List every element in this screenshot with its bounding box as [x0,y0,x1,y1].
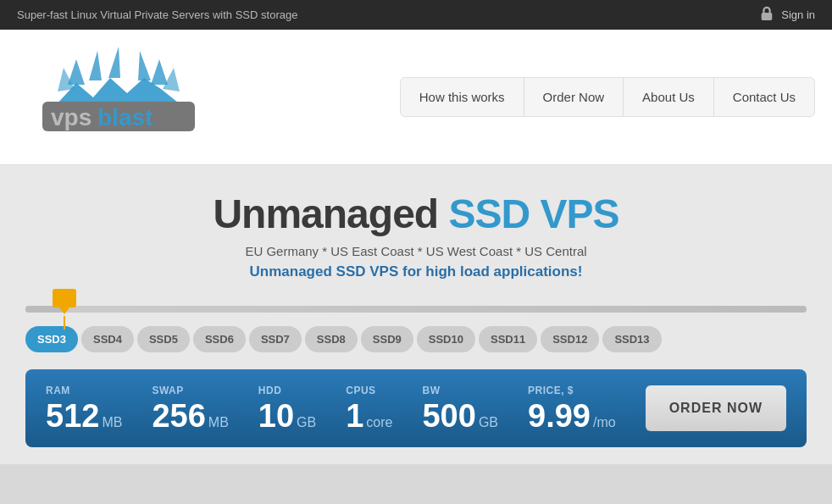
signin-button[interactable]: Sign in [759,5,815,25]
spec-cpu: CPUs 1core [346,385,392,432]
spec-swap-label: SWAP [152,385,183,396]
svg-rect-0 [762,13,773,20]
hero-locations: EU Germany * US East Coast * US West Coa… [17,244,815,258]
topbar: Super-fast Linux Virtual Private Servers… [0,0,832,30]
plan-tab-ssd6[interactable]: SSD6 [193,326,246,352]
spec-hdd-unit: GB [297,415,316,429]
spec-price-label: Price, $ [528,385,574,396]
spec-price-unit: /mo [593,415,616,429]
slider-section [0,289,832,321]
main-nav: How this works Order Now About Us Contac… [400,77,815,117]
plan-tab-ssd12[interactable]: SSD12 [541,326,599,352]
plan-tab-ssd3[interactable]: SSD3 [25,326,78,352]
spec-price-value-wrap: 9.99/mo [528,400,616,432]
spec-hdd: HDD 10GB [258,385,316,432]
logo-svg: vps blast [17,42,220,152]
hero-title-plain: Unmanaged [213,191,448,236]
spec-cpu-value: 1 [346,398,363,434]
spec-swap: SWAP 256MB [152,385,228,432]
spec-cpu-unit: core [366,415,392,429]
spec-hdd-value-wrap: 10GB [258,400,316,432]
spec-swap-value: 256 [152,398,205,434]
hero-subtext: Unmanaged SSD VPS for high load applicat… [17,263,815,280]
order-now-button[interactable]: ORDER NOW [646,385,786,431]
slider-track-wrap [25,297,807,321]
plan-tab-ssd9[interactable]: SSD9 [361,326,413,352]
spec-cpu-label: CPUs [346,385,375,396]
spec-cpu-value-wrap: 1core [346,400,392,432]
spec-bw: BW 500GB [422,385,498,432]
nav-order-now[interactable]: Order Now [524,78,624,116]
plan-tab-ssd7[interactable]: SSD7 [249,326,302,352]
svg-marker-5 [151,59,168,85]
slider-thumb [53,289,76,330]
svg-text:vps: vps [51,104,92,130]
nav-how-it-works[interactable]: How this works [401,78,524,116]
plan-tab-ssd10[interactable]: SSD10 [417,326,475,352]
specs-bar: RAM 512MB SWAP 256MB HDD 10GB CPUs 1core… [25,369,807,447]
topbar-tagline: Super-fast Linux Virtual Private Servers… [17,8,297,21]
spec-swap-value-wrap: 256MB [152,400,228,432]
spec-ram-unit: MB [102,415,122,429]
spec-bw-value: 500 [422,398,475,434]
svg-marker-2 [89,51,102,80]
svg-marker-3 [108,47,120,78]
spec-swap-unit: MB [208,415,229,429]
thumb-line [64,316,65,330]
plan-tab-ssd13[interactable]: SSD13 [602,326,661,352]
spec-bw-value-wrap: 500GB [422,400,498,432]
spec-price: Price, $ 9.99/mo [528,385,616,432]
nav-about-us[interactable]: About Us [624,78,714,116]
spec-ram-label: RAM [46,385,70,396]
header: vps blast How this works Order Now About… [0,30,832,165]
plan-tab-ssd8[interactable]: SSD8 [305,326,358,352]
spec-hdd-value: 10 [258,398,294,434]
lock-icon [759,5,774,25]
hero-title-highlight: SSD VPS [448,191,618,236]
logo: vps blast [17,42,220,152]
spec-bw-label: BW [422,385,440,396]
svg-text:blast: blast [97,104,153,130]
spec-price-value: 9.99 [528,398,591,434]
plan-tab-ssd5[interactable]: SSD5 [137,326,190,352]
plan-tab-ssd11[interactable]: SSD11 [479,326,537,352]
spec-ram-value: 512 [46,398,99,434]
plan-tab-ssd4[interactable]: SSD4 [81,326,134,352]
plan-tabs: SSD3 SSD4 SSD5 SSD6 SSD7 SSD8 SSD9 SSD10… [0,321,832,361]
hero-title: Unmanaged SSD VPS [17,191,815,237]
signin-label: Sign in [781,8,815,21]
spec-hdd-label: HDD [258,385,282,396]
spec-bw-unit: GB [479,415,498,429]
spec-ram-value-wrap: 512MB [46,400,122,432]
svg-marker-4 [138,51,151,80]
spec-ram: RAM 512MB [46,385,122,432]
slider-track[interactable] [25,306,807,313]
hero-section: Unmanaged SSD VPS EU Germany * US East C… [0,165,832,289]
nav-contact-us[interactable]: Contact Us [714,78,814,116]
bottom-section [0,464,832,504]
thumb-flag [53,289,76,307]
